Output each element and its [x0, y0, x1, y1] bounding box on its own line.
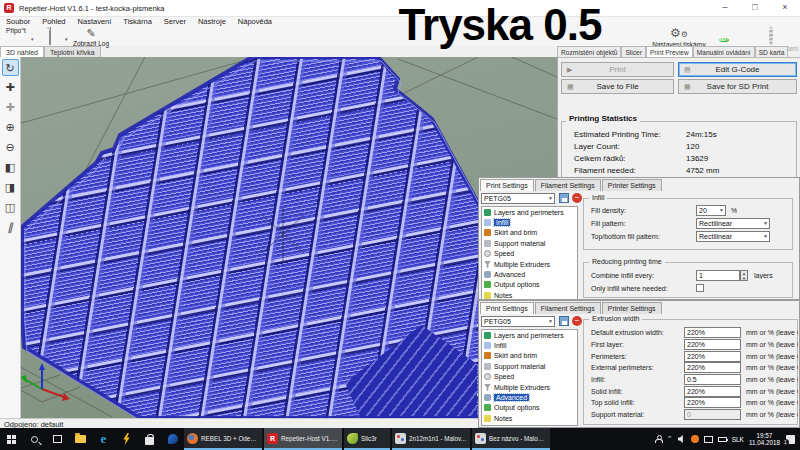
tree-skirt-brim[interactable]: Skirt and brim: [482, 228, 577, 238]
tab-filament-settings[interactable]: Filament Settings: [535, 179, 601, 191]
tab-manual-control[interactable]: Manuální ovládání: [693, 46, 755, 57]
move-object-tool-icon[interactable]: ✚: [2, 79, 19, 96]
store-button[interactable]: [138, 428, 161, 450]
tab-filament-settings[interactable]: Filament Settings: [535, 302, 601, 314]
profile-combo[interactable]: PETG05▼: [481, 193, 555, 204]
tree-output-options[interactable]: Output options: [482, 280, 577, 290]
tree-support-material[interactable]: Support material: [482, 361, 577, 371]
zoom-out-tool-icon[interactable]: ⊖: [2, 139, 19, 156]
tree-speed[interactable]: Speed: [482, 372, 577, 382]
delete-profile-icon[interactable]: −: [572, 316, 582, 326]
3d-viewport[interactable]: ↻ ✚ ✚ ⊕ ⊖ ◧ ◨ ◫ ∥: [0, 57, 557, 418]
connect-button[interactable]: Připojit: [2, 27, 30, 34]
fill-pattern-combo[interactable]: Rectilinear▼: [696, 218, 770, 229]
tab-temperature-curve[interactable]: Teplotní křivka: [44, 46, 101, 57]
language-indicator[interactable]: SLK: [732, 436, 744, 443]
menu-nastroje[interactable]: Nástroje: [192, 17, 232, 27]
tab-print-settings[interactable]: Print Settings: [480, 179, 534, 191]
taskbar-window-firefox[interactable]: REBEL 3D + Odeslat...: [184, 428, 262, 450]
pinned-app-blue-button[interactable]: [161, 428, 184, 450]
first-layer-input[interactable]: 220%: [684, 339, 741, 350]
top-bottom-pattern-combo[interactable]: Rectilinear▼: [696, 231, 770, 242]
tree-multiple-extruders[interactable]: Multiple Extruders: [482, 259, 577, 269]
top-solid-infill-input[interactable]: 220%: [684, 397, 741, 408]
zoom-in-tool-icon[interactable]: ⊕: [2, 119, 19, 136]
tab-sd-card[interactable]: SD karta: [755, 46, 789, 57]
display-tray-icon[interactable]: [704, 436, 713, 443]
parallel-projection-icon[interactable]: ∥: [2, 219, 19, 236]
people-tray-icon[interactable]: [655, 435, 662, 443]
taskbar-window-paint-1[interactable]: 2n12m1n1 - Malov...: [392, 428, 470, 450]
menu-pohled[interactable]: Pohled: [36, 17, 71, 27]
default-extrusion-input[interactable]: 220%: [684, 327, 741, 338]
combine-infill-input[interactable]: 1: [696, 270, 740, 281]
tab-slicer[interactable]: Slicer: [621, 46, 646, 57]
load-dropdown-icon[interactable]: ▾: [65, 36, 68, 42]
taskbar-window-repetier[interactable]: RRepetier-Host V1.6...: [264, 428, 342, 450]
perimeters-input[interactable]: 220%: [684, 351, 741, 362]
infill-width-input[interactable]: 0.5: [684, 374, 741, 385]
spinner-control[interactable]: ▲▼: [740, 270, 748, 281]
tree-skirt-brim[interactable]: Skirt and brim: [482, 351, 577, 361]
print-button[interactable]: ▶ Print: [561, 62, 674, 77]
close-button[interactable]: ×: [770, 0, 800, 17]
isometric-view-icon[interactable]: ◧: [2, 159, 19, 176]
edge-button[interactable]: e: [92, 428, 115, 450]
rotate-tool-icon[interactable]: ↻: [2, 59, 19, 76]
profile-combo[interactable]: PETG05▼: [481, 316, 555, 327]
top-view-icon[interactable]: ◫: [2, 199, 19, 216]
tab-3d-view[interactable]: 3D náhled: [0, 46, 44, 57]
save-for-sd-button[interactable]: ▦ Save for SD Print: [678, 79, 797, 94]
printer-settings-button[interactable]: ⚙⚙ Nastavení tiskárny: [648, 27, 710, 48]
tab-printer-settings[interactable]: Printer Settings: [602, 179, 662, 191]
show-log-button[interactable]: ✎ Zobrazit Log: [70, 27, 112, 47]
support-material-input[interactable]: 0: [684, 409, 741, 420]
menu-soubor[interactable]: Soubor: [0, 17, 36, 27]
save-to-file-button[interactable]: ▦ Save to File: [561, 79, 674, 94]
tree-speed[interactable]: Speed: [482, 249, 577, 259]
tab-printer-settings[interactable]: Printer Settings: [602, 302, 662, 314]
front-view-icon[interactable]: ◨: [2, 179, 19, 196]
tree-layers-perimeters[interactable]: Layers and perimeters: [482, 330, 577, 340]
tree-notes[interactable]: Notes: [482, 413, 577, 423]
tree-output-options[interactable]: Output options: [482, 403, 577, 413]
tree-advanced[interactable]: Advanced: [482, 269, 577, 279]
tab-print-settings[interactable]: Print Settings: [480, 302, 534, 314]
tray-expand-button[interactable]: ⌃: [667, 435, 673, 443]
search-button[interactable]: [23, 428, 46, 450]
tree-support-material[interactable]: Support material: [482, 238, 577, 248]
tab-object-placement[interactable]: Rozmístění objektů: [557, 46, 621, 57]
tree-multiple-extruders[interactable]: Multiple Extruders: [482, 382, 577, 392]
menu-nastaveni[interactable]: Nastavení: [72, 17, 118, 27]
antivirus-tray-icon[interactable]: [691, 435, 699, 443]
menu-tiskarna[interactable]: Tiskárna: [117, 17, 157, 27]
menu-napoveda[interactable]: Nápověda: [232, 17, 278, 27]
solid-infill-input[interactable]: 220%: [684, 386, 741, 397]
menu-server[interactable]: Server: [158, 17, 192, 27]
tree-infill[interactable]: Infill: [482, 340, 577, 350]
battery-tray-icon[interactable]: [718, 437, 727, 442]
tree-layers-perimeters[interactable]: Layers and perimeters: [482, 207, 577, 217]
external-perimeters-input[interactable]: 220%: [684, 362, 741, 373]
volume-tray-icon[interactable]: [678, 435, 686, 443]
start-button[interactable]: [0, 428, 23, 450]
delete-profile-icon[interactable]: −: [572, 193, 582, 203]
tab-print-preview[interactable]: Print Preview: [646, 46, 693, 57]
edit-gcode-button[interactable]: ▤ Edit G-Code: [678, 62, 797, 77]
task-view-button[interactable]: [46, 428, 69, 450]
save-profile-icon[interactable]: [559, 316, 569, 326]
fill-density-combo[interactable]: 20▼: [696, 205, 726, 216]
notification-center-button[interactable]: 1: [786, 435, 795, 444]
tree-infill[interactable]: Infill: [482, 217, 577, 227]
taskbar-window-slic3r[interactable]: Slic3r: [344, 428, 390, 450]
move-viewpoint-tool-icon[interactable]: ✚: [2, 99, 19, 116]
tree-notes[interactable]: Notes: [482, 290, 577, 300]
pinned-app-button[interactable]: [115, 428, 138, 450]
tree-advanced[interactable]: Advanced: [482, 392, 577, 402]
connect-dropdown-icon[interactable]: ▾: [31, 36, 34, 42]
taskbar-clock[interactable]: 19:57 11.04.2018: [749, 432, 780, 446]
minimize-button[interactable]: –: [710, 0, 740, 17]
maximize-button[interactable]: □: [740, 0, 770, 17]
file-explorer-button[interactable]: [69, 428, 92, 450]
save-profile-icon[interactable]: [559, 193, 569, 203]
